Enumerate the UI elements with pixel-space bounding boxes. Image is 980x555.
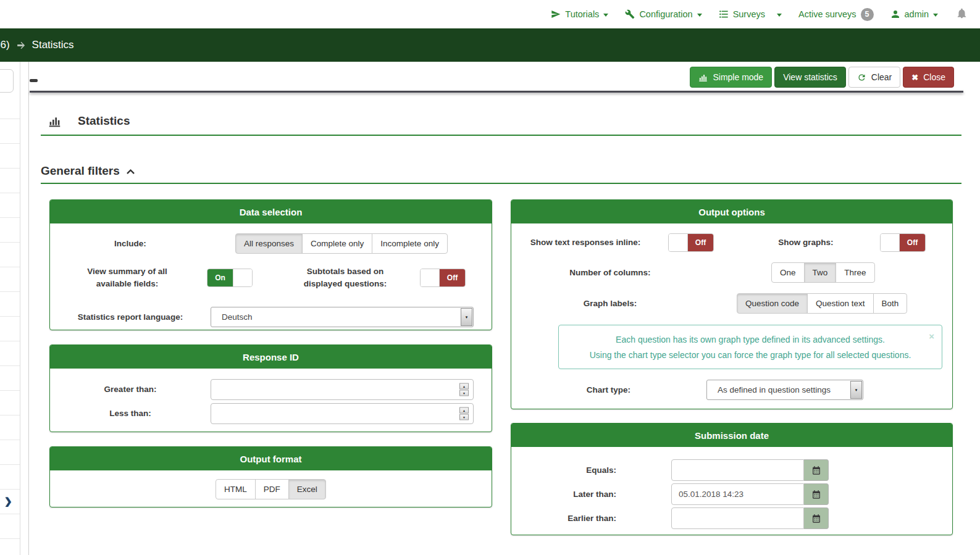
show-graphs-toggle[interactable]: Off (880, 233, 926, 252)
view-statistics-button[interactable]: View statistics (774, 67, 846, 88)
nav-active-surveys-label: Active surveys (798, 9, 856, 19)
nav-active-surveys[interactable]: Active surveys 5 (798, 8, 873, 21)
spinner-up-icon[interactable]: ▲ (459, 383, 469, 390)
statistics-page: Tutorials Configuration Surveys Active s… (0, 0, 980, 555)
caret-down-icon (933, 14, 938, 17)
list-item[interactable] (0, 144, 20, 169)
list-item[interactable] (0, 243, 20, 267)
graph-labels-code-button[interactable]: Question code (737, 293, 808, 314)
list-item[interactable] (0, 341, 20, 366)
list-item[interactable] (0, 440, 20, 465)
page-title-block: Statistics (48, 114, 130, 128)
nav-surveys-label: Surveys (733, 9, 765, 19)
chevron-up-icon (125, 166, 136, 177)
nav-tutorials[interactable]: Tutorials (551, 9, 608, 19)
chart-type-label: Chart type: (511, 384, 706, 396)
simple-mode-label: Simple mode (713, 72, 763, 82)
select-arrow-icon: ▾ (461, 308, 472, 326)
nav-admin[interactable]: admin (890, 9, 939, 19)
spinner-down-icon[interactable]: ▼ (459, 390, 469, 396)
format-excel-button[interactable]: Excel (288, 479, 326, 499)
greater-than-input[interactable] (211, 379, 474, 400)
equals-date-input[interactable] (671, 459, 804, 481)
include-incomplete-only-button[interactable]: Incomplete only (372, 233, 448, 254)
scrollbar-dash (30, 79, 38, 82)
later-than-date-input[interactable] (671, 483, 804, 505)
subtotals-toggle[interactable]: Off (420, 269, 466, 287)
number-spinner: ▲ ▼ (459, 407, 469, 420)
nav-surveys[interactable]: Surveys (719, 9, 782, 19)
list-item[interactable] (0, 465, 20, 490)
select-arrow-icon: ▾ (850, 381, 862, 399)
include-complete-only-button[interactable]: Complete only (302, 233, 372, 254)
include-all-responses-button[interactable]: All responses (235, 233, 303, 254)
toolbar-divider (30, 91, 963, 93)
format-pdf-button[interactable]: PDF (255, 479, 289, 499)
list-item[interactable] (0, 317, 20, 341)
list-item[interactable] (0, 94, 20, 119)
columns-two-button[interactable]: Two (804, 262, 837, 283)
graph-labels-text-button[interactable]: Question text (807, 293, 874, 314)
list-item[interactable] (0, 366, 20, 391)
chart-type-select[interactable]: As defined in question settings ▾ (706, 380, 863, 400)
less-than-input[interactable] (211, 403, 474, 424)
graph-labels-both-button[interactable]: Both (873, 293, 908, 314)
text-responses-inline-toggle[interactable]: Off (668, 233, 714, 252)
report-language-select[interactable]: Deutsch ▾ (211, 307, 474, 327)
nav-admin-label: admin (905, 9, 929, 19)
toggle-off-label: Off (440, 269, 465, 286)
earlier-than-date-input[interactable] (671, 507, 804, 529)
breadcrumb-survey-id[interactable]: 56) (0, 39, 10, 51)
list-item[interactable] (0, 292, 20, 317)
later-than-calendar-button[interactable] (804, 483, 829, 505)
list-item[interactable] (0, 193, 20, 218)
toggle-on-label: On (207, 269, 233, 286)
divider (41, 135, 961, 136)
bar-chart-icon (698, 73, 708, 82)
info-line-1: Each question has its own graph type def… (559, 332, 942, 348)
clear-button[interactable]: Clear (848, 67, 900, 88)
dismiss-alert-icon[interactable]: × (929, 328, 934, 344)
list-item[interactable] (0, 169, 20, 193)
simple-mode-button[interactable]: Simple mode (690, 67, 772, 88)
list-icon (719, 9, 729, 19)
toggle-knob (421, 269, 440, 286)
earlier-than-calendar-button[interactable] (804, 507, 829, 529)
caret-down-icon (603, 14, 608, 17)
panel-title: Output options (511, 200, 952, 223)
caret-down-icon[interactable] (777, 14, 782, 17)
content-left-border (28, 62, 29, 555)
nav-configuration-label: Configuration (639, 9, 692, 19)
nav-configuration[interactable]: Configuration (625, 9, 701, 19)
breadcrumb-bar: 56) Statistics (0, 28, 980, 62)
spinner-down-icon[interactable]: ▼ (459, 414, 469, 420)
paper-plane-icon (551, 9, 561, 19)
format-html-button[interactable]: HTML (216, 479, 256, 499)
list-item[interactable] (0, 218, 20, 243)
greater-than-label: Greater than: (50, 383, 211, 396)
divider (41, 183, 961, 184)
columns-three-button[interactable]: Three (836, 262, 874, 283)
list-item[interactable] (0, 119, 20, 144)
notifications-bell-icon[interactable] (956, 7, 968, 22)
spinner-up-icon[interactable]: ▲ (459, 407, 469, 414)
breadcrumb-current: Statistics (32, 39, 74, 51)
action-toolbar: Simple mode View statistics Clear ✖ Clos… (690, 67, 954, 88)
output-options-panel: Output options Show text responses inlin… (511, 199, 953, 409)
general-filters-toggle[interactable]: General filters (41, 164, 136, 178)
list-item[interactable] (0, 514, 20, 539)
bar-chart-icon (48, 115, 61, 128)
caret-down-icon (697, 14, 702, 17)
columns-one-button[interactable]: One (771, 262, 805, 283)
calendar-icon (811, 465, 821, 475)
list-item[interactable] (0, 267, 20, 292)
list-item[interactable] (0, 415, 20, 440)
view-summary-toggle[interactable]: On (207, 269, 253, 287)
list-item[interactable] (0, 391, 20, 415)
list-item[interactable]: ❯ (0, 490, 20, 514)
sidebar-search-stub[interactable] (0, 69, 14, 93)
chevron-right-icon[interactable]: ❯ (4, 496, 12, 507)
close-button[interactable]: ✖ Close (903, 67, 954, 88)
toggle-knob (881, 234, 900, 251)
equals-calendar-button[interactable] (804, 459, 829, 481)
